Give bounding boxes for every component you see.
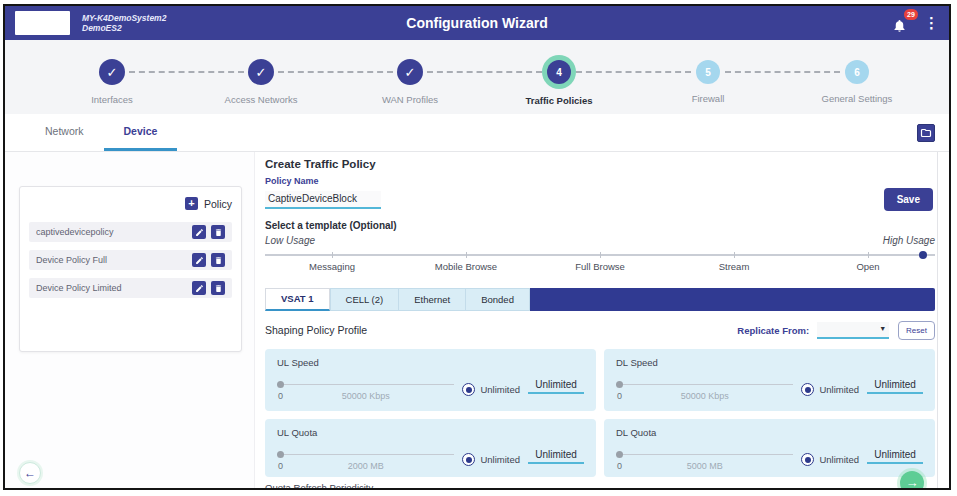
edit-policy-button[interactable]: [192, 253, 206, 267]
template-option-full-browse[interactable]: Full Browse: [533, 261, 667, 272]
slider-track[interactable]: [277, 384, 454, 386]
quota-refresh-label: Quota Refresh Periodicity: [265, 482, 935, 491]
policy-list-item[interactable]: captivedevicepolicy: [29, 222, 232, 242]
logo: [15, 11, 70, 35]
app-header: MY-K4DemoSystem2 DemoES2 Configuration W…: [5, 6, 949, 40]
reset-button[interactable]: Reset: [898, 321, 935, 340]
tab-vsat1[interactable]: VSAT 1: [265, 288, 330, 311]
tab-filler-bar: [530, 288, 935, 311]
folder-window-icon: [920, 127, 932, 139]
template-slider[interactable]: [265, 249, 935, 261]
save-button[interactable]: Save: [884, 188, 933, 211]
template-option-mobile-browse[interactable]: Mobile Browse: [399, 261, 533, 272]
slider-track[interactable]: [616, 384, 793, 386]
scope-tabbar: Network Device: [5, 114, 949, 152]
shaping-profile-title: Shaping Policy Profile: [265, 324, 367, 336]
slider-max: 50000 Kbps: [616, 391, 793, 401]
overflow-menu-button[interactable]: ⋮: [924, 13, 939, 33]
ul-quota-unlimited-radio[interactable]: [462, 453, 475, 466]
step-label: Firewall: [648, 93, 768, 104]
edit-policy-button[interactable]: [192, 225, 206, 239]
step-wan-profiles[interactable]: ✓ WAN Profiles: [350, 40, 470, 105]
edit-policy-button[interactable]: [192, 281, 206, 295]
slider-tick: [600, 252, 601, 258]
template-option-messaging[interactable]: Messaging: [265, 261, 399, 272]
slider-thumb[interactable]: [616, 451, 623, 458]
open-window-button[interactable]: [917, 124, 935, 142]
shaping-cards: UL Speed 0 50000 Kbps Unlimited: [265, 349, 935, 477]
pencil-icon: [195, 228, 204, 237]
template-option-open[interactable]: Open: [801, 261, 935, 272]
policy-name: captivedevicepolicy: [36, 227, 187, 237]
tab-device[interactable]: Device: [104, 114, 178, 151]
policy-name: Device Policy Full: [36, 255, 187, 265]
slider-thumb[interactable]: [616, 381, 623, 388]
slider-thumb[interactable]: [277, 451, 284, 458]
wizard-stepper: ✓ Interfaces ✓ Access Networks ✓ WAN Pro…: [5, 40, 949, 114]
add-policy-button[interactable]: + Policy: [29, 197, 232, 210]
add-policy-label: Policy: [204, 198, 232, 210]
ul-speed-unlimited-radio[interactable]: [462, 383, 475, 396]
tab-bonded[interactable]: Bonded: [465, 288, 530, 311]
tab-cell[interactable]: CELL (2): [330, 288, 399, 311]
slider-max: 2000 MB: [277, 461, 454, 471]
dl-quota-unlimited-radio[interactable]: [801, 453, 814, 466]
tab-ethernet[interactable]: Ethernet: [398, 288, 465, 311]
low-usage-label: Low Usage: [265, 235, 315, 246]
delete-policy-button[interactable]: [211, 253, 225, 267]
step-label: General Settings: [797, 93, 917, 104]
system-subname: DemoES2: [82, 23, 166, 33]
template-slider-thumb[interactable]: [919, 251, 927, 259]
policy-name-label: Policy Name: [265, 176, 935, 186]
ul-quota-value-input[interactable]: [528, 448, 584, 464]
step-label: Access Networks: [201, 94, 321, 105]
back-button[interactable]: ←: [19, 462, 41, 484]
policy-list-item[interactable]: Device Policy Full: [29, 250, 232, 270]
slider-max: 50000 Kbps: [277, 391, 454, 401]
dl-quota-card: DL Quota 0 5000 MB Unlimited: [604, 419, 935, 477]
delete-policy-button[interactable]: [211, 281, 225, 295]
step-traffic-policies[interactable]: 4 Traffic Policies: [499, 40, 619, 106]
step-access-networks[interactable]: ✓ Access Networks: [201, 40, 321, 105]
policy-name: Device Policy Limited: [36, 283, 187, 293]
replicate-from-label: Replicate From:: [737, 325, 809, 336]
delete-policy-button[interactable]: [211, 225, 225, 239]
content-area: + Policy captivedevicepolicy Device Poli…: [5, 152, 949, 490]
ul-quota-label: UL Quota: [277, 427, 584, 438]
step-firewall[interactable]: 5 Firewall: [648, 40, 768, 104]
slider-track[interactable]: [277, 454, 454, 456]
unlimited-radio-label: Unlimited: [819, 384, 859, 395]
policy-list-item[interactable]: Device Policy Limited: [29, 278, 232, 298]
notifications-button[interactable]: 29: [892, 13, 910, 33]
dl-quota-label: DL Quota: [616, 427, 923, 438]
policy-name-input[interactable]: [265, 191, 381, 209]
section-title: Create Traffic Policy: [265, 158, 935, 170]
step-number: 4: [556, 67, 562, 78]
tab-network[interactable]: Network: [25, 114, 104, 151]
replicate-from-dropdown[interactable]: ▼: [817, 322, 889, 339]
dl-speed-unlimited-radio[interactable]: [801, 383, 814, 396]
dl-quota-value-input[interactable]: [867, 448, 923, 464]
notification-badge: 29: [904, 9, 918, 20]
dl-speed-value-input[interactable]: [867, 378, 923, 394]
template-option-stream[interactable]: Stream: [667, 261, 801, 272]
ul-speed-slider[interactable]: 0 50000 Kbps: [277, 379, 454, 401]
ul-speed-value-input[interactable]: [528, 378, 584, 394]
system-name: MY-K4DemoSystem2: [82, 13, 166, 23]
trash-icon: [214, 228, 223, 237]
slider-track[interactable]: [616, 454, 793, 456]
ul-quota-slider[interactable]: 0 2000 MB: [277, 449, 454, 471]
step-label: Traffic Policies: [499, 95, 619, 106]
ul-quota-card: UL Quota 0 2000 MB Unlimited: [265, 419, 596, 477]
dl-quota-slider[interactable]: 0 5000 MB: [616, 449, 793, 471]
step-general-settings[interactable]: 6 General Settings: [797, 40, 917, 104]
slider-thumb[interactable]: [277, 381, 284, 388]
dl-speed-label: DL Speed: [616, 357, 923, 368]
step-interfaces[interactable]: ✓ Interfaces: [52, 40, 172, 105]
system-identity: MY-K4DemoSystem2 DemoES2: [82, 13, 166, 33]
next-button[interactable]: →: [900, 471, 924, 490]
check-icon: ✓: [256, 65, 267, 80]
unlimited-radio-label: Unlimited: [480, 384, 520, 395]
wan-profile-tabs: VSAT 1 CELL (2) Ethernet Bonded: [265, 288, 935, 311]
dl-speed-slider[interactable]: 0 50000 Kbps: [616, 379, 793, 401]
